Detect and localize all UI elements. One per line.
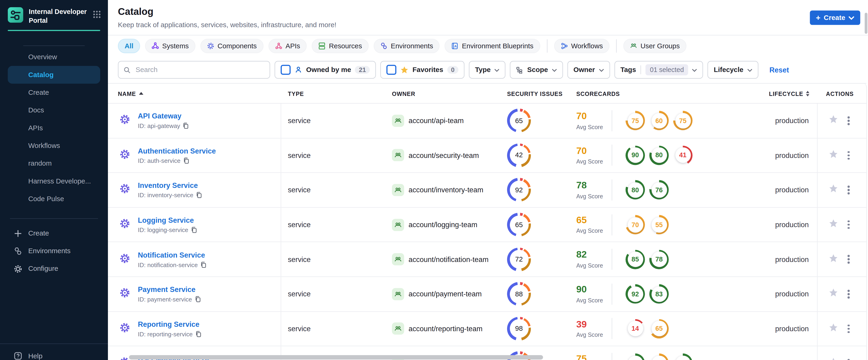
tags-dropdown[interactable]: Tags 01 selected (614, 61, 703, 79)
sidebar-item-catalog[interactable]: Catalog (8, 66, 100, 84)
kebab-menu-icon[interactable] (846, 219, 850, 230)
tab-systems[interactable]: Systems (145, 38, 195, 53)
reset-filters-link[interactable]: Reset (769, 66, 789, 74)
sidebar-item-workflows[interactable]: Workflows (8, 137, 100, 155)
tab-environment-blueprints[interactable]: AEnvironment Blueprints (445, 38, 540, 53)
scorecards-divider (612, 353, 612, 360)
owner-name[interactable]: account/api-team (408, 117, 464, 125)
column-header-type: TYPE (281, 90, 392, 97)
column-header-lifecycle[interactable]: LIFECYCLE (747, 90, 817, 97)
copy-icon[interactable] (183, 157, 189, 164)
entity-name-link[interactable]: Logging Service (138, 216, 197, 224)
kebab-menu-icon[interactable] (846, 289, 850, 300)
entity-name-link[interactable]: Inventory Service (138, 181, 202, 190)
kebab-menu-icon[interactable] (846, 185, 850, 196)
owner-name[interactable]: account/reporting-team (408, 325, 483, 333)
scorecard-badge: 85 (625, 250, 645, 269)
tab-environments[interactable]: Environments (374, 38, 440, 53)
table-row[interactable]: Authentication Service ID: auth-service … (108, 138, 866, 173)
copy-icon[interactable] (191, 227, 197, 233)
sidebar-item-code-pulse[interactable]: Code Pulse (8, 190, 100, 208)
tab-user-groups[interactable]: User Groups (623, 38, 686, 53)
user-groups-icon (630, 42, 637, 50)
create-button[interactable]: + Create (810, 10, 860, 25)
tab-apis[interactable]: APIs (268, 38, 307, 53)
entity-type: service (281, 290, 392, 298)
column-header-name[interactable]: NAME (108, 90, 281, 97)
lifecycle-dropdown[interactable]: Lifecycle (708, 61, 758, 79)
owned-by-me-checkbox[interactable] (281, 65, 290, 75)
scope-dropdown[interactable]: Scope (510, 61, 563, 79)
sidebar-bottom-item-environments[interactable]: Environments (8, 242, 100, 260)
owner-dropdown[interactable]: Owner (567, 61, 610, 79)
owner-group-icon (392, 288, 404, 300)
kebab-menu-icon[interactable] (846, 115, 850, 126)
table-row[interactable]: Reporting Service ID: reporting-service … (108, 312, 866, 346)
copy-icon[interactable] (200, 261, 207, 268)
tab-workflows[interactable]: Workflows (554, 38, 610, 53)
favorite-star-icon[interactable] (829, 358, 838, 360)
favorite-star-icon[interactable] (829, 219, 838, 231)
sidebar-bottom-item-create[interactable]: Create (8, 224, 100, 242)
copy-icon[interactable] (195, 296, 201, 303)
favorite-star-icon[interactable] (829, 150, 838, 161)
owner-dropdown-label: Owner (574, 66, 595, 73)
sidebar-help[interactable]: Help (0, 343, 108, 360)
table-row[interactable]: Logging Service ID: logging-service serv… (108, 208, 866, 242)
avg-score-label: Avg Score (576, 331, 612, 338)
tab-resources[interactable]: Resources (312, 38, 369, 53)
search-box[interactable] (118, 61, 270, 79)
favorite-star-icon[interactable] (829, 288, 838, 300)
scorecard-badges: 8076 (625, 180, 669, 200)
kebab-menu-icon[interactable] (846, 358, 850, 360)
favorite-star-icon[interactable] (829, 323, 838, 334)
table-row[interactable]: Payment Service ID: payment-service serv… (108, 277, 866, 312)
owned-by-me-filter[interactable]: Owned by me 21 (275, 61, 376, 79)
hexagons-icon (14, 247, 22, 255)
tab-components[interactable]: Components (200, 38, 264, 53)
owner-name[interactable]: account/inventory-team (408, 186, 483, 194)
horizontal-scrollbar[interactable] (129, 355, 543, 360)
search-icon (123, 66, 131, 73)
favorite-star-icon[interactable] (829, 184, 838, 196)
sidebar-item-harness-develope[interactable]: Harness Develope... (8, 172, 100, 190)
lifecycle-value: production (747, 255, 817, 264)
owner-name[interactable]: account/notification-team (408, 255, 489, 264)
sidebar: Internal Developer Portal OverviewCatalo… (0, 0, 108, 360)
entity-name-link[interactable]: Notification Service (138, 251, 207, 259)
copy-icon[interactable] (195, 331, 202, 337)
sidebar-item-random[interactable]: random (8, 155, 100, 172)
entity-name-link[interactable]: Authentication Service (138, 147, 216, 155)
entity-name-link[interactable]: Reporting Service (138, 320, 202, 328)
favorites-checkbox[interactable] (386, 65, 396, 75)
copy-icon[interactable] (196, 192, 202, 199)
kebab-menu-icon[interactable] (846, 150, 850, 161)
component-gear-icon (120, 322, 130, 335)
sidebar-bottom-item-configure[interactable]: Configure (8, 260, 100, 277)
owner-name[interactable]: account/security-team (408, 151, 479, 159)
table-row[interactable]: Inventory Service ID: inventory-service … (108, 173, 866, 208)
table-row[interactable]: API Gateway ID: api-gateway service (108, 103, 866, 138)
apps-grid-icon[interactable] (92, 10, 101, 19)
kebab-menu-icon[interactable] (846, 323, 850, 334)
svg-text:A: A (455, 44, 457, 48)
sidebar-item-create[interactable]: Create (8, 84, 100, 101)
table-row[interactable]: Notification Service ID: notification-se… (108, 242, 866, 277)
copy-icon[interactable] (183, 123, 189, 129)
security-issues-value: 98 (507, 317, 531, 341)
sidebar-item-overview[interactable]: Overview (8, 48, 100, 66)
owner-name[interactable]: account/payment-team (408, 290, 482, 298)
entity-name-link[interactable]: API Gateway (138, 112, 189, 121)
sidebar-item-docs[interactable]: Docs (8, 101, 100, 119)
entity-name-link[interactable]: Payment Service (138, 286, 201, 294)
search-input[interactable] (134, 65, 265, 74)
favorites-filter[interactable]: Favorites 0 (380, 61, 465, 79)
favorite-star-icon[interactable] (829, 115, 838, 126)
owner-name[interactable]: account/logging-team (408, 220, 477, 229)
sidebar-item-apis[interactable]: APIs (8, 119, 100, 137)
kebab-menu-icon[interactable] (846, 254, 850, 265)
vertical-scrollbar[interactable] (865, 13, 868, 34)
type-dropdown[interactable]: Type (469, 61, 505, 79)
tab-all[interactable]: All (118, 38, 140, 53)
favorite-star-icon[interactable] (829, 253, 838, 265)
